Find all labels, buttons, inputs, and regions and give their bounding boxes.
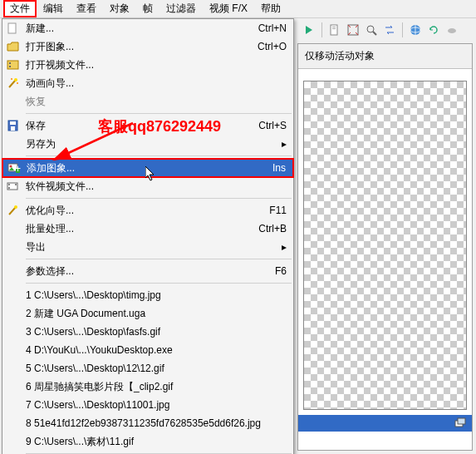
- menu-item-4DYouKuYoukuDesktope[interactable]: 4 D:\YouKu\...\YoukuDesktop.exe: [2, 341, 293, 359]
- menu-查看[interactable]: 查看: [70, 0, 103, 17]
- menu-item-保存[interactable]: 保存Ctrl+S: [2, 116, 293, 135]
- menu-item-2新建UGADocumentuga[interactable]: 2 新建 UGA Document.uga: [2, 304, 293, 323]
- menu-shortcut: Ctrl+O: [241, 41, 287, 52]
- blank-icon: [6, 137, 21, 151]
- menu-item-label: 4 D:\YouKu\...\YoukuDesktop.exe: [26, 344, 287, 356]
- page-icon[interactable]: [326, 22, 343, 38]
- blank-icon: [6, 222, 21, 235]
- canvas-area[interactable]: [303, 81, 467, 410]
- menu-item-label: 软件视频文件...: [26, 180, 287, 194]
- blank-icon: [6, 95, 21, 108]
- menu-shortcut: Ctrl+N: [242, 22, 287, 34]
- svg-point-18: [17, 82, 18, 84]
- svg-rect-2: [332, 28, 336, 29]
- globe-icon[interactable]: [407, 22, 424, 38]
- menu-item-label: 优化向导...: [26, 204, 253, 218]
- timeline-bar[interactable]: [298, 415, 472, 432]
- menu-item-软件视频文件[interactable]: 软件视频文件...: [2, 177, 293, 195]
- menu-item-label: 批量处理...: [26, 222, 242, 236]
- blank-icon: [6, 240, 21, 254]
- menu-item-动画向导[interactable]: 动画向导...: [2, 74, 293, 92]
- menu-shortcut: Ins: [256, 162, 286, 174]
- svg-point-17: [11, 78, 12, 80]
- menu-item-打开图象[interactable]: 打开图象...Ctrl+O: [2, 37, 293, 56]
- menu-item-label: 5 C:\Users\...\Desktop\12\12.gif: [26, 363, 287, 374]
- layers-icon[interactable]: [454, 417, 467, 430]
- wizard-icon: [6, 76, 21, 90]
- menu-item-label: 恢复: [26, 95, 287, 109]
- blank-icon: [6, 307, 21, 320]
- svg-text:+: +: [15, 163, 21, 174]
- menu-item-3CUsersDesktopfasfsg[interactable]: 3 C:\Users\...\Desktop\fasfs.gif: [2, 323, 293, 341]
- menu-shortcut: F6: [258, 265, 287, 277]
- new-icon: [6, 22, 21, 35]
- svg-rect-15: [9, 66, 11, 67]
- svg-rect-20: [10, 121, 16, 125]
- menu-shortcut: Ctrl+S: [242, 120, 287, 131]
- menu-视频 F/X[interactable]: 视频 F/X: [203, 0, 254, 17]
- menu-item-7CUsersDesktop11001j[interactable]: 7 C:\Users\...\Desktop\11001.jpg: [2, 396, 293, 414]
- svg-point-23: [10, 165, 12, 168]
- submenu-arrow-icon: ▸: [265, 241, 287, 253]
- svg-rect-12: [8, 23, 16, 33]
- menu-item-label: 参数选择...: [26, 264, 258, 279]
- menu-item-label: 另存为: [26, 137, 265, 151]
- blank-icon: [6, 264, 21, 278]
- menu-item-优化向导[interactable]: 优化向导...F11: [2, 201, 293, 220]
- menu-item-label: 打开图象...: [26, 40, 241, 54]
- file-menu-dropdown: 新建...Ctrl+N打开图象...Ctrl+O打开视频文件...动画向导...…: [2, 18, 294, 454]
- menu-对象[interactable]: 对象: [103, 0, 136, 17]
- menu-item-5CUsersDesktop1212gi[interactable]: 5 C:\Users\...\Desktop\12\12.gif: [2, 359, 293, 378]
- menu-item-label: 8 51e41fd12f2eb9387311235fd7628535e5dd6f…: [26, 417, 287, 429]
- menu-编辑[interactable]: 编辑: [37, 0, 70, 17]
- menu-item-label: 保存: [26, 119, 242, 133]
- menu-shortcut: F11: [253, 205, 287, 216]
- menu-item-新建[interactable]: 新建...Ctrl+N: [2, 19, 293, 37]
- menu-shortcut: Ctrl+B: [242, 223, 287, 234]
- menu-item-label: 1 C:\Users\...\Desktop\timg.jpg: [26, 289, 287, 301]
- menu-item-导出[interactable]: 导出▸: [2, 238, 293, 256]
- menu-item-另存为[interactable]: 另存为▸: [2, 135, 293, 153]
- svg-rect-14: [9, 62, 11, 64]
- menu-item-恢复: 恢复: [2, 92, 293, 111]
- refresh-icon[interactable]: [425, 22, 442, 38]
- blank-icon: [6, 289, 21, 302]
- play-icon[interactable]: [301, 22, 317, 38]
- menu-item-label: 动画向导...: [26, 76, 287, 91]
- menu-文件[interactable]: 文件: [3, 0, 37, 17]
- menu-item-label: 导出: [26, 240, 265, 254]
- blank-icon: [6, 417, 21, 430]
- svg-line-5: [373, 32, 376, 35]
- svg-rect-1: [332, 27, 336, 27]
- svg-point-16: [14, 78, 17, 81]
- menu-item-批量处理[interactable]: 批量处理...Ctrl+B: [2, 220, 293, 238]
- fit-icon[interactable]: [345, 22, 361, 38]
- svg-point-30: [14, 205, 17, 209]
- menu-item-label: 2 新建 UGA Document.uga: [26, 307, 287, 321]
- zoom-icon[interactable]: [363, 22, 380, 38]
- svg-rect-13: [7, 61, 18, 69]
- menu-item-851e41fd12f2eb938731[interactable]: 8 51e41fd12f2eb9387311235fd7628535e5dd6f…: [2, 414, 293, 432]
- save-icon: [6, 119, 21, 132]
- menu-帧[interactable]: 帧: [136, 0, 159, 17]
- svg-point-9: [448, 28, 456, 33]
- blank-icon: [6, 343, 21, 357]
- menu-过滤器[interactable]: 过滤器: [159, 0, 203, 17]
- svg-rect-29: [15, 184, 17, 185]
- menu-item-打开视频文件[interactable]: 打开视频文件...: [2, 56, 293, 74]
- menu-帮助[interactable]: 帮助: [254, 0, 287, 17]
- blank-icon: [6, 435, 21, 448]
- add-image-icon: +: [7, 161, 22, 175]
- svg-rect-0: [331, 25, 337, 35]
- right-panel-header: 仅移动活动对象: [298, 44, 472, 69]
- swap-icon[interactable]: [381, 22, 398, 38]
- menu-item-1CUsersDesktoptimgjp[interactable]: 1 C:\Users\...\Desktop\timg.jpg: [2, 286, 293, 304]
- svg-rect-27: [8, 184, 10, 185]
- menu-item-参数选择[interactable]: 参数选择...F6: [2, 262, 293, 280]
- blank-icon: [6, 380, 21, 393]
- menu-item-添加图象[interactable]: +添加图象...Ins: [2, 158, 294, 178]
- menu-item-9CUsers素材11gif[interactable]: 9 C:\Users\...\素材\11.gif: [2, 432, 293, 451]
- menu-item-label: 7 C:\Users\...\Desktop\11001.jpg: [26, 399, 287, 411]
- menu-item-6周星驰搞笑电影片段_clip2gif[interactable]: 6 周星驰搞笑电影片段【_clip2.gif: [2, 378, 293, 396]
- cloud-icon[interactable]: [444, 22, 460, 38]
